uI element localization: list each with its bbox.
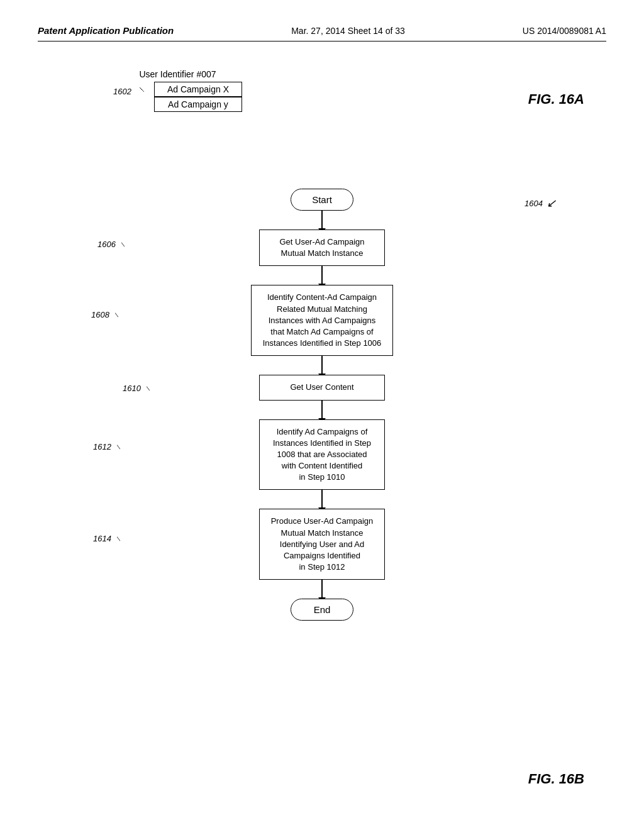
fig16a-section: User Identifier #007 1602 ⟍ Ad Campaign … xyxy=(113,69,242,112)
step1610-box: Get User Content xyxy=(259,375,385,400)
label-1608: 1608 ⟍ xyxy=(91,310,120,319)
arrow-1602: ⟍ xyxy=(138,84,147,94)
user-id-label: User Identifier #007 xyxy=(113,69,242,79)
header: Patent Application Publication Mar. 27, … xyxy=(38,25,606,42)
header-publication: Patent Application Publication xyxy=(38,25,174,36)
header-patent: US 2014/0089081 A1 xyxy=(523,26,606,36)
campaign-box-y: Ad Campaign y xyxy=(154,97,242,112)
arrow-6 xyxy=(321,580,323,599)
arrow-3 xyxy=(321,356,323,375)
campaign-box-x: Ad Campaign X xyxy=(154,82,242,97)
header-date: Mar. 27, 2014 Sheet 14 of 33 xyxy=(291,26,405,36)
label-1614: 1614 ⟍ xyxy=(93,534,122,543)
pointer-1604: 1604 ↙ xyxy=(525,196,556,210)
step1612-group: 1612 ⟍ Identify Ad Campaigns of Instance… xyxy=(0,419,644,490)
arrow-5 xyxy=(321,490,323,509)
page: Patent Application Publication Mar. 27, … xyxy=(0,0,644,830)
arrow-4 xyxy=(321,401,323,419)
start-box: Start xyxy=(291,189,353,211)
step1606-group: 1606 ⟍ Get User-Ad Campaign Mutual Match… xyxy=(0,230,644,266)
label-1602: 1602 xyxy=(113,87,131,96)
arrow-1 xyxy=(321,211,323,230)
flowchart: 1604 ↙ Start 1606 ⟍ Get User-Ad Campaign… xyxy=(0,189,644,621)
step1608-box: Identify Content-Ad Campaign Related Mut… xyxy=(251,285,394,356)
step1606-box: Get User-Ad Campaign Mutual Match Instan… xyxy=(259,230,385,266)
fig16a-label: FIG. 16A xyxy=(528,91,584,108)
step1612-box: Identify Ad Campaigns of Instances Ident… xyxy=(259,419,385,490)
campaign-boxes: Ad Campaign X Ad Campaign y xyxy=(154,82,242,112)
label-1606: 1606 ⟍ xyxy=(97,240,126,249)
label-1610: 1610 ⟍ xyxy=(123,384,152,393)
fig16b-label: FIG. 16B xyxy=(528,771,584,787)
pointer-label: 1604 xyxy=(525,199,543,208)
step1610-group: 1610 ⟍ Get User Content xyxy=(0,375,644,400)
arrow-2 xyxy=(321,266,323,285)
step1614-group: 1614 ⟍ Produce User-Ad Campaign Mutual M… xyxy=(0,509,644,580)
label-1612: 1612 ⟍ xyxy=(93,442,122,451)
step1608-group: 1608 ⟍ Identify Content-Ad Campaign Rela… xyxy=(0,285,644,356)
step1614-box: Produce User-Ad Campaign Mutual Match In… xyxy=(259,509,386,580)
end-box: End xyxy=(291,599,353,621)
end-node-group: End xyxy=(0,599,644,621)
pointer-arrow: ↙ xyxy=(547,196,556,210)
start-node-group: 1604 ↙ Start xyxy=(0,189,644,211)
